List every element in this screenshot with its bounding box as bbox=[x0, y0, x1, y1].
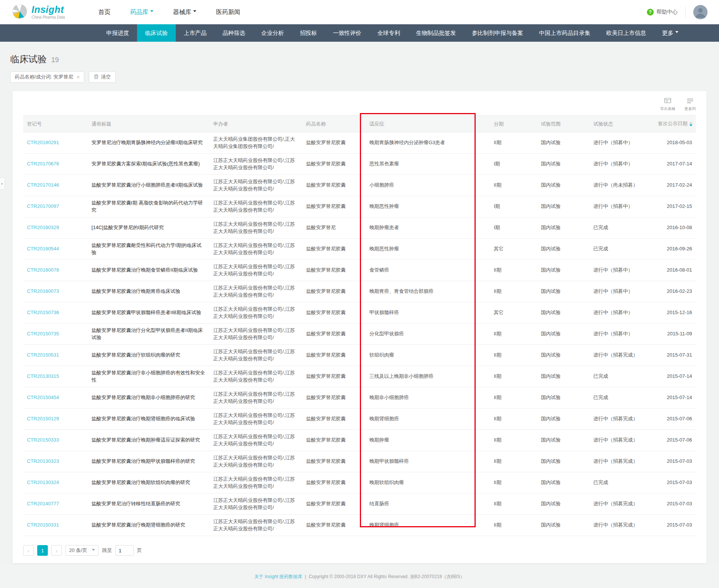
page-size-select[interactable]: 20 条/页 bbox=[65, 545, 99, 556]
top-nav-item-3[interactable]: 医药新闻 bbox=[206, 0, 250, 24]
subnav-item-6[interactable]: 一致性评价 bbox=[325, 24, 369, 42]
chip-close-icon[interactable]: × bbox=[77, 74, 80, 80]
user-avatar[interactable] bbox=[693, 5, 708, 19]
registration-link[interactable]: CTR20150129 bbox=[27, 416, 59, 421]
subnav-item-9[interactable]: 参比制剂申报与备案 bbox=[464, 24, 531, 42]
table-row[interactable]: CTR20150129盐酸安罗替尼胶囊治疗晚期肾细胞癌的临床试验江苏正大天晴药业… bbox=[23, 409, 696, 430]
cell-id: CTR20150735 bbox=[23, 324, 88, 345]
cell-date: 2017-02-24 bbox=[654, 175, 696, 196]
col-header-date[interactable]: 首次公示日期 bbox=[654, 116, 696, 132]
subnav-item-5[interactable]: 招投标 bbox=[292, 24, 325, 42]
table-row[interactable]: CTR20130324盐酸安罗替尼胶囊治疗晚期软组织肉瘤的研究江苏正大天晴药业股… bbox=[23, 472, 696, 494]
registration-link[interactable]: CTR20140777 bbox=[27, 501, 59, 506]
col-header-scope: 试验范围 bbox=[537, 116, 590, 132]
registration-link[interactable]: CTR20150531 bbox=[27, 352, 59, 358]
cell-date: 2015-07-03 bbox=[654, 515, 696, 536]
registration-link[interactable]: CTR20130315 bbox=[27, 373, 59, 379]
table-row[interactable]: CTR20150736盐酸安罗替尼胶囊甲状腺髓样癌患者IIB期临床试验江苏正大天… bbox=[23, 302, 696, 324]
table-row[interactable]: CTR20170676安罗替尼胶囊方案探索I期临床试验(恶性黑色素瘤)江苏正大天… bbox=[23, 154, 696, 175]
table-row[interactable]: CTR20170146盐酸安罗替尼胶囊治疗小细胞肺癌患者II期临床试验江苏正大天… bbox=[23, 175, 696, 196]
registration-link[interactable]: CTR20180291 bbox=[27, 140, 59, 145]
registration-link[interactable]: CTR20150735 bbox=[27, 331, 59, 336]
current-page-button[interactable]: 1 bbox=[37, 545, 48, 556]
cell-date: 2016-10-08 bbox=[654, 217, 696, 239]
subnav-item-3[interactable]: 品种筛选 bbox=[214, 24, 253, 42]
cell-status: 进行中（招募中） bbox=[590, 196, 654, 217]
export-table-button[interactable]: 导出表格 bbox=[660, 98, 675, 112]
table-row[interactable]: CTR20130323盐酸安罗替尼胶囊治疗晚期甲状腺髓样癌的研究江苏正大天晴药业… bbox=[23, 451, 696, 472]
sidebar-expand-handle[interactable]: ▸ bbox=[0, 178, 5, 190]
cell-status: 进行中（招募完成） bbox=[590, 409, 654, 430]
more-columns-button[interactable]: 更多列 bbox=[684, 98, 696, 112]
table-row[interactable]: CTR20150331盐酸安罗替尼胶囊治疗晚期肾细胞癌的研究江苏正大天晴药业股份… bbox=[23, 515, 696, 536]
filter-chip-label: 药品名称/成分词: 安罗替尼 bbox=[15, 74, 73, 80]
jump-page-input[interactable] bbox=[115, 545, 134, 556]
next-page-button[interactable]: › bbox=[51, 545, 62, 556]
cell-id: CTR20130315 bbox=[23, 366, 88, 387]
cell-scope: 国内试验 bbox=[537, 260, 590, 281]
top-nav-item-0[interactable]: 首页 bbox=[88, 0, 120, 24]
cell-sponsor: 正大天晴药业集团股份有限公司/,正大天晴药业集团股份有限公司/ bbox=[210, 132, 303, 154]
table-row[interactable]: CTR20150333盐酸安罗替尼胶囊治疗晚期肿瘤适应证探索的研究江苏正大天晴药… bbox=[23, 430, 696, 451]
registration-link[interactable]: CTR20130324 bbox=[27, 480, 59, 485]
table-row[interactable]: CTR20160073盐酸安罗替尼胶囊治疗晚期胃癌临床试验江苏正大天晴药业股份有… bbox=[23, 281, 696, 302]
help-center-button[interactable]: ? 帮助中心 bbox=[647, 9, 678, 16]
subnav-item-2[interactable]: 上市产品 bbox=[176, 24, 214, 42]
cell-title: [14C]盐酸安罗替尼的I期药代研究 bbox=[88, 217, 210, 239]
table-row[interactable]: CTR20140777盐酸安罗替尼治疗转移性结直肠癌的研究江苏正大天晴药业股份有… bbox=[23, 494, 696, 515]
cell-title: 盐酸安罗替尼胶囊治疗晚期甲状腺髓样癌的研究 bbox=[88, 451, 210, 472]
registration-link[interactable]: CTR20170146 bbox=[27, 182, 59, 188]
top-nav-item-1[interactable]: 药品库 bbox=[120, 0, 163, 24]
cell-drug: 盐酸安罗替尼胶囊 bbox=[302, 175, 366, 196]
subnav-item-10[interactable]: 中国上市药品目录集 bbox=[531, 24, 598, 42]
cell-sponsor: 江苏正大天晴药业股份有限公司/,江苏正大天晴药业股份有限公司/ bbox=[210, 175, 303, 196]
cell-sponsor: 江苏正大天晴药业股份有限公司/,江苏正大天晴药业股份有限公司/ bbox=[210, 281, 303, 302]
registration-link[interactable]: CTR20170097 bbox=[27, 203, 59, 209]
subnav-item-11[interactable]: 欧美日上市信息 bbox=[598, 24, 654, 42]
cell-date: 2015-07-14 bbox=[654, 366, 696, 387]
table-row[interactable]: CTR20160544盐酸安罗替尼胶囊耐受性和药代动力学I期的临床试验江苏正大天… bbox=[23, 239, 696, 260]
cell-date: 2015-07-06 bbox=[654, 409, 696, 430]
cell-status: 已完成 bbox=[590, 472, 654, 494]
subnav-item-0[interactable]: 申报进度 bbox=[98, 24, 137, 42]
prev-page-button[interactable]: ‹ bbox=[23, 545, 34, 556]
registration-link[interactable]: CTR20160078 bbox=[27, 267, 59, 273]
subnav-item-4[interactable]: 企业分析 bbox=[253, 24, 292, 42]
table-row[interactable]: CTR20160078盐酸安罗替尼胶囊治疗晚期食管鳞癌II期临床试验江苏正大天晴… bbox=[23, 260, 696, 281]
subnav-item-8[interactable]: 生物制品批签发 bbox=[408, 24, 464, 42]
divider bbox=[685, 6, 686, 18]
registration-link[interactable]: CTR20150333 bbox=[27, 437, 59, 443]
cell-scope: 国内试验 bbox=[537, 409, 590, 430]
cell-title: 盐酸安罗替尼胶囊治疗晚期非小细胞肺癌的研究 bbox=[88, 387, 210, 409]
registration-link[interactable]: CTR20150736 bbox=[27, 310, 59, 315]
table-row[interactable]: CTR20150531盐酸安罗替尼胶囊治疗软组织肉瘤的研究江苏正大天晴药业股份有… bbox=[23, 345, 696, 366]
registration-link[interactable]: CTR20160329 bbox=[27, 225, 59, 230]
subnav-item-12[interactable]: 更多 bbox=[654, 24, 686, 42]
table-row[interactable]: CTR20170097盐酸安罗替尼胶囊Ⅰ期 高脂饮食影响的药代动力学研究江苏正大… bbox=[23, 196, 696, 217]
clear-filters-button[interactable]: 清空 bbox=[89, 71, 116, 83]
table-row[interactable]: CTR20160329[14C]盐酸安罗替尼的I期药代研究江苏正大天晴药业股份有… bbox=[23, 217, 696, 239]
cell-sponsor: 江苏正大天晴药业股份有限公司/,江苏正大天晴药业股份有限公司/ bbox=[210, 302, 303, 324]
registration-link[interactable]: CTR20150454 bbox=[27, 395, 59, 400]
brand-logo[interactable]: Insight China Pharma Data bbox=[11, 3, 78, 21]
table-row[interactable]: CTR20150454盐酸安罗替尼胶囊治疗晚期非小细胞肺癌的研究江苏正大天晴药业… bbox=[23, 387, 696, 409]
registration-link[interactable]: CTR20150331 bbox=[27, 522, 59, 528]
table-row[interactable]: CTR20130315盐酸安罗替尼胶囊治疗非小细胞肺癌的有效性和安全性江苏正大天… bbox=[23, 366, 696, 387]
sort-icon bbox=[689, 120, 692, 128]
top-nav-item-2[interactable]: 器械库 bbox=[163, 0, 206, 24]
col-header-status: 试验状态 bbox=[590, 116, 654, 132]
registration-link[interactable]: CTR20160544 bbox=[27, 246, 59, 252]
cell-drug: 盐酸安罗替尼胶囊 bbox=[302, 409, 366, 430]
about-link[interactable]: 关于 Insight 医药数据库 bbox=[254, 574, 302, 580]
cell-indication: 三线及以上晚期非小细胞肺癌 bbox=[366, 366, 490, 387]
registration-link[interactable]: CTR20130323 bbox=[27, 458, 59, 464]
table-row[interactable]: CTR20150735盐酸安罗替尼胶囊治疗分化型甲状腺癌患者II期临床试验江苏正… bbox=[23, 324, 696, 345]
cell-date: 2017-02-15 bbox=[654, 196, 696, 217]
registration-link[interactable]: CTR20160073 bbox=[27, 288, 59, 294]
trash-icon bbox=[94, 74, 99, 80]
registration-link[interactable]: CTR20170676 bbox=[27, 161, 59, 167]
table-row[interactable]: CTR20180291安罗替尼治疗晚期胃肠胰神经内分泌瘤II期临床研究正大天晴药… bbox=[23, 132, 696, 154]
subnav-item-1[interactable]: 临床试验 bbox=[137, 24, 176, 42]
brand-logo-icon bbox=[11, 3, 28, 21]
subnav-item-7[interactable]: 全球专利 bbox=[369, 24, 408, 42]
